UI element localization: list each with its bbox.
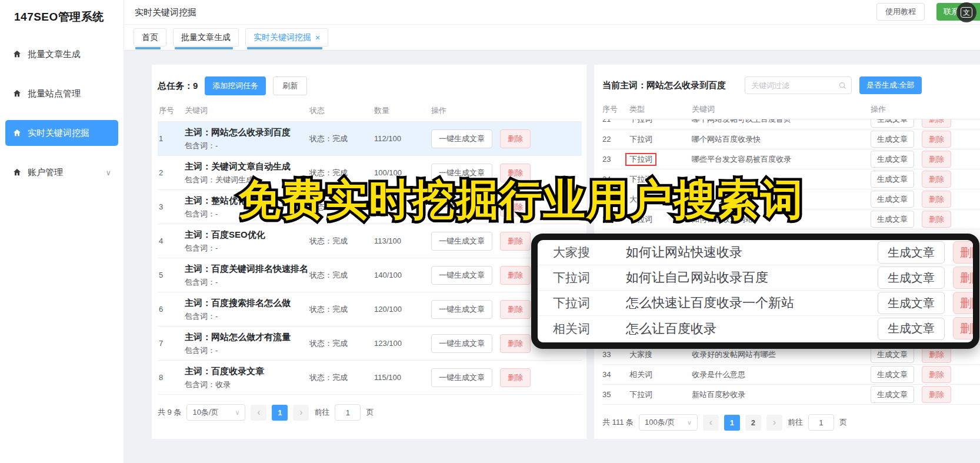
keyword-text: 怎么快速让百度收录一个新站 xyxy=(626,294,859,312)
task-panel-header: 总任务：9 添加挖词任务 刷新 xyxy=(158,76,586,95)
add-task-button[interactable]: 添加挖词任务 xyxy=(205,76,266,95)
task-main-word: 主词：网站怎么做才有流量 xyxy=(185,331,309,344)
delete-button[interactable]: 删除 xyxy=(922,211,951,228)
col-count: 数量 xyxy=(374,105,431,116)
table-row[interactable]: 6 主词：百度搜索排名怎么做包含词：- 状态：完成 120/100 一键生成文章… xyxy=(158,292,582,327)
sidebar-item-label: 账户管理 xyxy=(28,167,63,178)
app-title: 147SEO管理系统 xyxy=(0,0,124,25)
task-main-word: 主词：百度收录文章 xyxy=(185,365,309,378)
generate-article-button[interactable]: 生成文章 xyxy=(871,171,914,188)
keyword-text: 新站百度秒收录 xyxy=(692,389,871,400)
sidebar-menu: 批量文章生成 批量站点管理 实时关键词挖掘 账户管理 ∨ xyxy=(0,41,124,185)
generate-article-button[interactable]: 生成文章 xyxy=(871,386,914,403)
keyword-text: 收录是什么意思 xyxy=(692,369,871,380)
row-index: 1 xyxy=(158,134,185,143)
keyword-type: 下拉词 xyxy=(629,153,692,166)
delete-button[interactable]: 删除 xyxy=(500,266,531,285)
page-size-select[interactable]: 10条/页∨ xyxy=(186,404,245,421)
page-size-select[interactable]: 100条/页∨ xyxy=(639,414,698,431)
generate-article-button[interactable]: 生成文章 xyxy=(871,119,914,128)
table-row[interactable]: 22 下拉词 哪个网站百度收录快 生成文章删除 xyxy=(602,129,980,149)
sidebar-item-batch-article[interactable]: 批量文章生成 xyxy=(5,41,118,67)
generate-article-button[interactable]: 一键生成文章 xyxy=(431,232,492,251)
generate-article-button[interactable]: 生成文章 xyxy=(878,267,945,289)
sidebar-item-account[interactable]: 账户管理 ∨ xyxy=(5,159,118,185)
generate-article-button[interactable]: 一键生成文章 xyxy=(431,334,492,353)
next-page-button[interactable]: › xyxy=(293,405,309,421)
prev-page-button[interactable]: ‹ xyxy=(251,405,266,421)
home-icon xyxy=(12,128,22,138)
generate-article-button[interactable]: 一键生成文章 xyxy=(431,300,492,319)
delete-button[interactable]: 删除 xyxy=(953,317,979,339)
close-icon[interactable]: × xyxy=(315,33,320,42)
next-page-button[interactable]: › xyxy=(766,415,782,431)
generate-article-button[interactable]: 生成文章 xyxy=(878,318,945,340)
delete-button[interactable]: 删除 xyxy=(500,232,531,251)
goto-page-input[interactable] xyxy=(335,404,361,421)
sidebar-item-realtime-keyword[interactable]: 实时关键词挖掘 xyxy=(5,120,118,146)
table-row[interactable]: 8 主词：百度收录文章包含词：收录 状态：完成 115/100 一键生成文章删除 xyxy=(158,361,582,395)
generate-article-button[interactable]: 一键生成文章 xyxy=(431,368,492,387)
keyword-type: 大家搜 xyxy=(538,244,626,261)
generate-article-button[interactable]: 生成文章 xyxy=(878,292,945,314)
table-row[interactable]: 35 下拉词 新站百度秒收录 生成文章删除 xyxy=(602,385,980,405)
tab-label: 实时关键词挖掘 xyxy=(254,32,311,43)
delete-button[interactable]: 删除 xyxy=(953,267,979,289)
delete-button[interactable]: 删除 xyxy=(953,292,979,314)
generate-article-button[interactable]: 生成文章 xyxy=(878,241,945,264)
keyword-type: 相关词 xyxy=(629,369,692,380)
chevron-down-icon: ∨ xyxy=(105,168,111,177)
table-row[interactable]: 23 下拉词 哪些平台发文容易被百度收录 生成文章删除 xyxy=(602,149,980,169)
delete-button[interactable]: 删除 xyxy=(500,334,531,353)
col-index: 序号 xyxy=(602,104,629,115)
generate-article-button[interactable]: 一键生成文章 xyxy=(431,129,492,148)
tab-label: 首页 xyxy=(142,32,158,43)
keyword-type: 下拉词 xyxy=(538,269,626,286)
generate-all-button[interactable]: 是否生成:全部 xyxy=(859,76,922,94)
table-row[interactable]: 7 主词：网站怎么做才有流量包含词：- 状态：完成 123/100 一键生成文章… xyxy=(158,327,582,361)
delete-button[interactable]: 删除 xyxy=(922,119,951,128)
goto-page-input[interactable] xyxy=(808,414,834,431)
table-row[interactable]: 4 主词：百度SEO优化包含词：- 状态：完成 113/100 一键生成文章删除 xyxy=(158,224,582,258)
table-row[interactable]: 21 下拉词 哪个网站发帖可以上百度首页 生成文章删除 xyxy=(602,119,980,129)
page-button-1[interactable]: 1 xyxy=(724,415,740,431)
task-count: 120/100 xyxy=(374,305,431,314)
task-status: 状态：完成 xyxy=(309,304,374,315)
generate-article-button[interactable]: 生成文章 xyxy=(871,151,914,168)
table-row[interactable]: 34 相关词 收录是什么意思 生成文章删除 xyxy=(602,365,980,385)
generate-article-button[interactable]: 生成文章 xyxy=(871,211,914,228)
tab-batch-article[interactable]: 批量文章生成 xyxy=(173,28,239,46)
generate-article-button[interactable]: 生成文章 xyxy=(871,131,914,148)
delete-button[interactable]: 删除 xyxy=(922,171,951,188)
delete-button[interactable]: 删除 xyxy=(953,241,979,264)
delete-button[interactable]: 删除 xyxy=(922,386,951,403)
translate-icon[interactable]: 文 xyxy=(956,2,976,22)
delete-button[interactable]: 删除 xyxy=(922,366,951,383)
sidebar-item-label: 批量站点管理 xyxy=(28,88,81,99)
delete-button[interactable]: 删除 xyxy=(922,131,951,148)
task-status: 状态：完成 xyxy=(309,338,374,349)
page-button-2[interactable]: 2 xyxy=(745,415,761,431)
task-table-header: 序号 关键词 状态 数量 操作 xyxy=(158,100,582,122)
tutorial-button[interactable]: 使用教程 xyxy=(876,3,925,21)
delete-button[interactable]: 删除 xyxy=(922,151,951,168)
generate-article-button[interactable]: 一键生成文章 xyxy=(431,266,492,285)
tab-realtime-keyword[interactable]: 实时关键词挖掘 × xyxy=(245,28,328,46)
table-row[interactable]: 1 主词：网站怎么收录到百度包含词：- 状态：完成 112/100 一键生成文章… xyxy=(158,122,582,156)
goto-suffix: 页 xyxy=(366,407,374,418)
delete-button[interactable]: 删除 xyxy=(922,191,951,208)
prev-page-button[interactable]: ‹ xyxy=(703,415,719,431)
table-row[interactable]: 5 主词：百度关键词排名快速排名包含词：- 状态：完成 140/100 一键生成… xyxy=(158,258,582,292)
task-include-word: 包含词：- xyxy=(185,243,309,254)
chevron-down-icon: ∨ xyxy=(235,409,239,417)
delete-button[interactable]: 删除 xyxy=(500,368,531,387)
refresh-button[interactable]: 刷新 xyxy=(273,76,307,95)
page-button-1[interactable]: 1 xyxy=(272,405,288,421)
delete-button[interactable]: 删除 xyxy=(500,300,531,319)
delete-button[interactable]: 删除 xyxy=(500,129,531,148)
keyword-filter-input[interactable] xyxy=(751,81,836,90)
sidebar-item-batch-site[interactable]: 批量站点管理 xyxy=(5,81,118,106)
generate-article-button[interactable]: 生成文章 xyxy=(871,366,914,383)
generate-article-button[interactable]: 生成文章 xyxy=(871,191,914,208)
tab-home[interactable]: 首页 xyxy=(134,28,166,46)
